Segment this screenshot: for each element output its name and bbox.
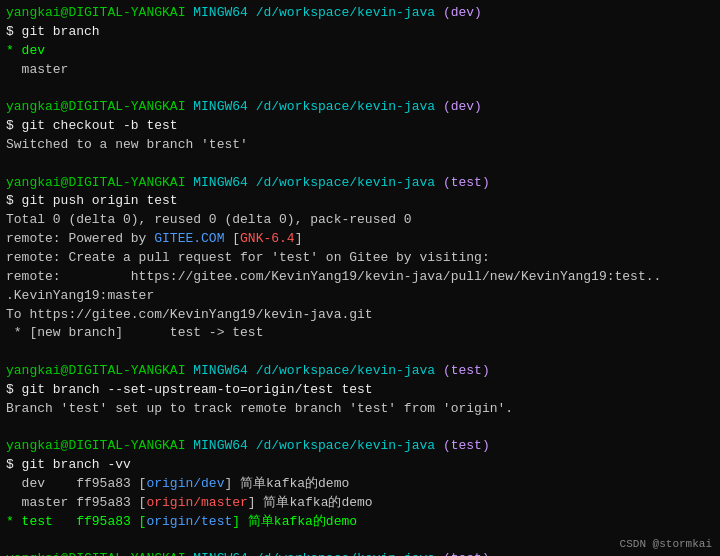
line-7: $ git checkout -b test [6, 117, 714, 136]
line-22: Branch 'test' set up to track remote bra… [6, 400, 714, 419]
line-8: Switched to a new branch 'test' [6, 136, 714, 155]
line-12: Total 0 (delta 0), reused 0 (delta 0), p… [6, 211, 714, 230]
line-17: To https://gitee.com/KevinYang19/kevin-j… [6, 306, 714, 325]
line-6: yangkai@DIGITAL-YANGKAI MINGW64 /d/works… [6, 98, 714, 117]
line-30: yangkai@DIGITAL-YANGKAI MINGW64 /d/works… [6, 550, 714, 556]
line-20: yangkai@DIGITAL-YANGKAI MINGW64 /d/works… [6, 362, 714, 381]
line-21: $ git branch --set-upstream-to=origin/te… [6, 381, 714, 400]
watermark: CSDN @stormkai [620, 538, 712, 550]
line-28: * test ff95a83 [origin/test] 简单kafka的dem… [6, 513, 714, 532]
line-5 [6, 79, 714, 98]
line-11: $ git push origin test [6, 192, 714, 211]
line-15: remote: https://gitee.com/KevinYang19/ke… [6, 268, 714, 287]
line-23 [6, 419, 714, 438]
line-9 [6, 155, 714, 174]
line-29 [6, 532, 714, 551]
line-13: remote: Powered by GITEE.COM [GNK-6.4] [6, 230, 714, 249]
terminal: yangkai@DIGITAL-YANGKAI MINGW64 /d/works… [0, 0, 720, 556]
line-10: yangkai@DIGITAL-YANGKAI MINGW64 /d/works… [6, 174, 714, 193]
line-2: $ git branch [6, 23, 714, 42]
line-16: .KevinYang19:master [6, 287, 714, 306]
line-19 [6, 343, 714, 362]
line-1: yangkai@DIGITAL-YANGKAI MINGW64 /d/works… [6, 4, 714, 23]
line-24: yangkai@DIGITAL-YANGKAI MINGW64 /d/works… [6, 437, 714, 456]
line-3: * dev [6, 42, 714, 61]
line-26: dev ff95a83 [origin/dev] 简单kafka的demo [6, 475, 714, 494]
line-25: $ git branch -vv [6, 456, 714, 475]
line-18: * [new branch] test -> test [6, 324, 714, 343]
line-4: master [6, 61, 714, 80]
line-27: master ff95a83 [origin/master] 简单kafka的d… [6, 494, 714, 513]
line-14: remote: Create a pull request for 'test'… [6, 249, 714, 268]
